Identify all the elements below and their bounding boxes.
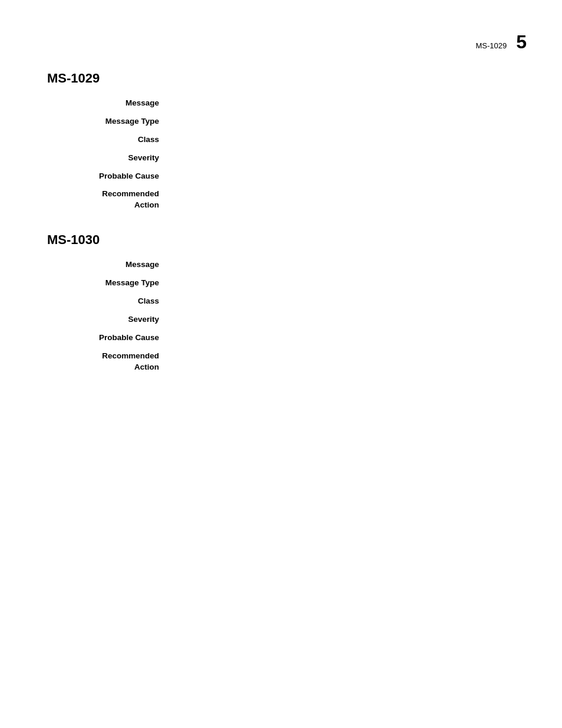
page-header: MS-1029 5 bbox=[475, 32, 527, 51]
page-content: MS-1029 Message Message Type Class Sever… bbox=[0, 0, 562, 429]
field-probable-cause-1029: Probable Cause bbox=[47, 171, 527, 182]
field-recommended-action-1029: RecommendedAction bbox=[47, 189, 527, 211]
field-message-type-1029: Message Type bbox=[47, 116, 527, 127]
field-label-class-1030: Class bbox=[47, 296, 171, 307]
header-page-number: 5 bbox=[516, 32, 527, 51]
field-label-probable-cause-1029: Probable Cause bbox=[47, 171, 171, 182]
field-label-class-1029: Class bbox=[47, 134, 171, 146]
field-label-recommended-action-1029: RecommendedAction bbox=[47, 189, 171, 211]
field-label-message-1030: Message bbox=[47, 259, 171, 271]
section-title-ms-1029: MS-1029 bbox=[47, 71, 527, 86]
field-severity-1030: Severity bbox=[47, 314, 527, 325]
field-label-message-1029: Message bbox=[47, 98, 171, 109]
field-label-probable-cause-1030: Probable Cause bbox=[47, 332, 171, 344]
field-label-message-type-1029: Message Type bbox=[47, 116, 171, 127]
field-recommended-action-1030: RecommendedAction bbox=[47, 351, 527, 373]
section-title-ms-1030: MS-1030 bbox=[47, 232, 527, 248]
field-class-1030: Class bbox=[47, 296, 527, 307]
field-message-1030: Message bbox=[47, 259, 527, 271]
field-probable-cause-1030: Probable Cause bbox=[47, 332, 527, 344]
section-ms-1030: MS-1030 Message Message Type Class Sever… bbox=[47, 232, 527, 373]
header-label: MS-1029 bbox=[475, 41, 507, 50]
field-label-severity-1029: Severity bbox=[47, 153, 171, 164]
field-label-recommended-action-1030: RecommendedAction bbox=[47, 351, 171, 373]
field-label-message-type-1030: Message Type bbox=[47, 278, 171, 289]
field-message-1029: Message bbox=[47, 98, 527, 109]
field-message-type-1030: Message Type bbox=[47, 278, 527, 289]
field-severity-1029: Severity bbox=[47, 153, 527, 164]
section-ms-1029: MS-1029 Message Message Type Class Sever… bbox=[47, 71, 527, 211]
field-class-1029: Class bbox=[47, 134, 527, 146]
field-label-severity-1030: Severity bbox=[47, 314, 171, 325]
